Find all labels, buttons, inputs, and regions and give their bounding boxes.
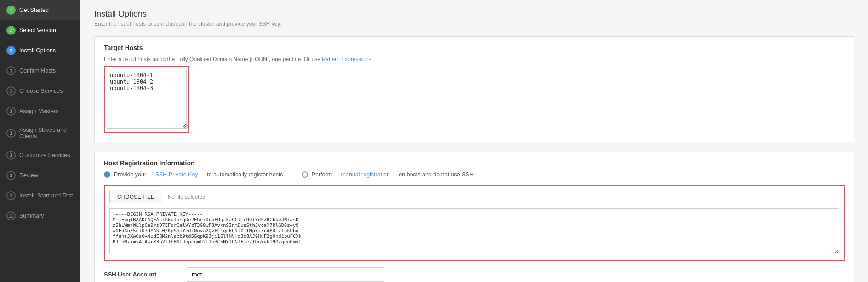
- sidebar-item-customize-services[interactable]: 3 Customize Services: [0, 145, 80, 165]
- sidebar-item-get-started[interactable]: ✓ Get Started: [0, 0, 80, 20]
- page-subtitle: Enter the list of hosts to be included i…: [94, 21, 854, 27]
- radio-option-manual[interactable]: Perform manual registration on hosts and…: [302, 171, 474, 178]
- sidebar-label-review: Review: [19, 172, 38, 179]
- host-registration-title: Host Registration Information: [104, 159, 845, 167]
- host-instruction: Enter a list of hosts using the Fully Qu…: [104, 56, 845, 62]
- registration-options-row: Provide your SSH Private Key to automati…: [104, 171, 845, 178]
- sidebar-label-summary: Summary: [19, 213, 44, 219]
- step-circle-get-started: ✓: [6, 6, 16, 15]
- step-circle-choose-services: 3: [6, 86, 16, 96]
- sidebar-item-install-start[interactable]: 3 Install, Start and Test: [0, 186, 80, 206]
- sidebar-label-get-started: Get Started: [19, 7, 49, 13]
- radio-option-ssh[interactable]: Provide your SSH Private Key to automati…: [104, 171, 283, 178]
- private-key-textarea[interactable]: [109, 208, 839, 254]
- target-hosts-section: Target Hosts Enter a list of hosts using…: [94, 36, 854, 142]
- sidebar-label-install-start: Install, Start and Test: [19, 192, 73, 199]
- ssh-user-row: SSH User Account: [104, 267, 845, 282]
- sidebar-label-assign-masters: Assign Masters: [19, 108, 58, 114]
- ssh-user-input[interactable]: [187, 267, 384, 282]
- sidebar-label-install-options: Install Options: [19, 47, 56, 54]
- step-circle-select-version: ✓: [6, 26, 16, 35]
- sidebar-label-assign-slaves: Assign Slaves and Clients: [19, 127, 74, 140]
- step-circle-assign-slaves: 3: [6, 129, 16, 138]
- target-hosts-title: Target Hosts: [104, 44, 845, 51]
- sidebar-item-install-options[interactable]: 2 Install Options: [0, 40, 80, 61]
- sidebar-item-select-version[interactable]: ✓ Select Version: [0, 20, 80, 40]
- sidebar-label-customize-services: Customize Services: [19, 152, 70, 158]
- hosts-input-wrapper: [104, 66, 189, 133]
- step-circle-review: 3: [6, 171, 16, 180]
- ssh-user-label: SSH User Account: [104, 271, 177, 278]
- step-circle-assign-masters: 3: [6, 107, 16, 116]
- radio-ssh-suffix: to automatically register hosts: [207, 171, 283, 178]
- radio-inactive-indicator: [302, 171, 308, 178]
- hosts-textarea[interactable]: [107, 69, 187, 129]
- sidebar-item-assign-slaves[interactable]: 3 Assign Slaves and Clients: [0, 121, 80, 145]
- sidebar-label-confirm-hosts: Confirm Hosts: [19, 68, 56, 74]
- sidebar-label-select-version: Select Version: [19, 27, 56, 34]
- page-title: Install Options: [94, 9, 854, 19]
- file-chooser-row: CHOOSE FILE No file selected: [109, 191, 839, 203]
- radio-active-indicator: [104, 171, 110, 178]
- content-body: Install Options Enter the list of hosts …: [80, 0, 868, 282]
- step-circle-customize-services: 3: [6, 151, 16, 160]
- step-circle-confirm-hosts: 3: [6, 66, 16, 75]
- manual-registration-link[interactable]: manual registration: [341, 171, 390, 178]
- sidebar-item-choose-services[interactable]: 3 Choose Services: [0, 81, 80, 101]
- sidebar-item-review[interactable]: 3 Review: [0, 165, 80, 186]
- host-registration-section: Host Registration Information Provide yo…: [94, 152, 854, 282]
- sidebar-item-confirm-hosts[interactable]: 3 Confirm Hosts: [0, 61, 80, 81]
- radio-ssh-text: Provide your: [114, 171, 146, 178]
- pattern-expressions-link[interactable]: Pattern Expressions: [322, 56, 371, 62]
- sidebar-item-assign-masters[interactable]: 3 Assign Masters: [0, 101, 80, 121]
- sidebar-label-choose-services: Choose Services: [19, 88, 63, 94]
- choose-file-button[interactable]: CHOOSE FILE: [109, 191, 162, 203]
- no-file-label: No file selected: [168, 194, 206, 200]
- step-circle-install-options: 2: [6, 46, 16, 55]
- content-area: Install Options Enter the list of hosts …: [80, 0, 868, 282]
- step-circle-summary: 10: [6, 211, 16, 220]
- radio-manual-text: Perform: [312, 171, 332, 178]
- ssh-private-key-link[interactable]: SSH Private Key: [155, 171, 198, 178]
- sidebar-item-summary[interactable]: 10 Summary: [0, 206, 80, 226]
- step-circle-install-start: 3: [6, 191, 16, 200]
- radio-manual-suffix: on hosts and do not use SSH: [399, 171, 474, 178]
- file-chooser-box: CHOOSE FILE No file selected: [104, 185, 845, 261]
- sidebar: ✓ Get Started ✓ Select Version 2 Install…: [0, 0, 80, 282]
